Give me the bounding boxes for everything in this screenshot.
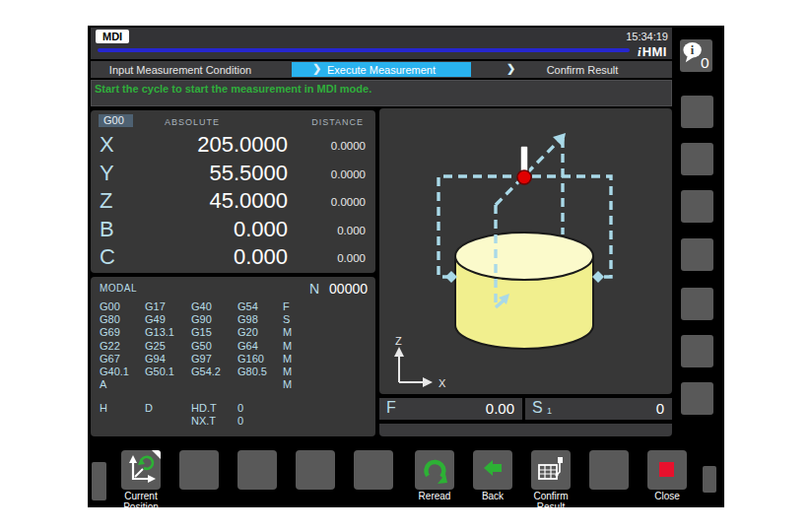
step-input-condition[interactable]: Input Measurement Condition xyxy=(91,61,270,78)
softkey-blank-button[interactable] xyxy=(589,450,629,490)
tool-cell: 0 xyxy=(237,415,283,428)
x-axis-label: X xyxy=(439,377,446,389)
axis-row-c: C 0.000 0.000 xyxy=(91,244,375,273)
info-count: 0 xyxy=(701,54,709,71)
status-message: Start the cycle to start the measurement… xyxy=(92,81,671,97)
gcode-cell: G54 xyxy=(237,300,283,313)
tool-cell: 0 xyxy=(237,402,283,415)
softkey-blank-button[interactable] xyxy=(296,450,335,490)
sidebar-key-6[interactable] xyxy=(681,335,713,367)
gcode-cell: G17 xyxy=(145,300,191,313)
spindle-index: 1 xyxy=(547,406,552,416)
tool-cell: HD.T xyxy=(191,402,237,415)
axis-distance-value: 0.0000 xyxy=(331,140,366,152)
softkey-blank-button[interactable] xyxy=(179,450,219,490)
tool-cell xyxy=(100,415,145,428)
feed-value: 0.00 xyxy=(486,400,514,417)
gcode-mode-badge: G00 xyxy=(99,114,133,127)
sidebar-key-3[interactable] xyxy=(681,190,713,223)
touch-probe-icon xyxy=(517,146,531,184)
softkey-blank-button[interactable] xyxy=(354,450,393,490)
tool-cell xyxy=(283,415,368,428)
gcode-cell: G20 xyxy=(237,326,283,339)
title-bar: MDI 15:34:19 iHMI xyxy=(91,28,672,59)
toolbar-item: Reread xyxy=(406,450,463,502)
axis-absolute-value: 55.5000 xyxy=(91,161,288,186)
softkey-page-right-button[interactable] xyxy=(703,466,716,493)
info-message-button[interactable]: i 0 xyxy=(680,39,712,72)
sidebar-key-5[interactable] xyxy=(681,288,713,320)
gcode-cell: G25 xyxy=(145,340,191,353)
toolbar-item xyxy=(170,450,228,492)
sidebar-key-7[interactable] xyxy=(681,382,713,415)
toolbar-button-label: Current Position xyxy=(112,492,169,512)
gcode-cell: G80 xyxy=(100,313,145,326)
current-position-button[interactable] xyxy=(121,450,161,490)
progress-bar xyxy=(98,48,630,52)
ihmi-logo: iHMI xyxy=(638,44,667,60)
gcode-cell: M xyxy=(283,326,368,339)
gcode-cell: G67 xyxy=(100,353,145,366)
axis-distance-value: 0.0000 xyxy=(331,168,366,180)
logo-hmi: HMI xyxy=(642,44,667,59)
chevron-right-icon: ❯ xyxy=(506,62,515,75)
feed-label: F xyxy=(386,399,396,417)
tool-cell xyxy=(283,402,368,415)
info-bubble-icon: i 0 xyxy=(680,39,712,72)
gcode-cell: F xyxy=(283,300,368,313)
graphic-footer-strip xyxy=(379,424,672,436)
sidebar-key-2[interactable] xyxy=(681,143,713,175)
confirm-result-button[interactable] xyxy=(531,450,571,490)
toolbar-button-label: Confirm Result xyxy=(522,492,579,512)
gcode-cell: G69 xyxy=(100,326,145,339)
measurement-graphic-panel: Z X xyxy=(379,108,672,394)
gcode-cell: G13.1 xyxy=(145,326,191,339)
axis-distance-value: 0.0000 xyxy=(331,196,366,208)
chevron-right-icon: ❯ xyxy=(312,62,321,75)
mode-badge: MDI xyxy=(96,30,129,43)
tool-offset-grid: HDHD.T0 NX.T0 xyxy=(100,402,368,428)
sidebar-key-4[interactable] xyxy=(681,238,713,271)
absolute-column-header: ABSOLUTE xyxy=(165,117,220,127)
spindle-cell: S 1 0 xyxy=(525,398,672,420)
axis-row-x: X 205.0000 0.0000 xyxy=(91,132,375,161)
back-arrow-icon xyxy=(473,450,512,490)
close-button[interactable] xyxy=(647,450,687,490)
close-square-icon xyxy=(647,450,687,490)
tool-cell: NX.T xyxy=(191,415,237,428)
toolbar-item: Back xyxy=(464,450,521,502)
gcode-cell: M xyxy=(283,366,368,378)
step-confirm-result[interactable]: Confirm Result xyxy=(493,61,672,78)
axis-absolute-value: 0.000 xyxy=(91,217,288,242)
distance-column-header: DISTANCE xyxy=(311,117,364,127)
x-axis-arrowhead xyxy=(423,377,433,387)
gcode-cell: G64 xyxy=(237,340,283,353)
gcode-cell: G50.1 xyxy=(145,366,191,378)
gcode-cell: G50 xyxy=(191,340,237,353)
gcode-cell: M xyxy=(283,353,368,366)
gcode-cell: G97 xyxy=(191,353,237,366)
toolbar-button-label: Reread xyxy=(406,492,463,502)
clock: 15:34:19 xyxy=(626,31,668,42)
softkey-page-left-button[interactable] xyxy=(92,462,106,500)
probe-measurement-diagram: Z X xyxy=(379,108,672,394)
axis-distance-value: 0.000 xyxy=(337,252,366,264)
softkey-blank-button[interactable] xyxy=(237,450,277,490)
sidebar-key-1[interactable] xyxy=(681,96,713,128)
tool-cell: D xyxy=(145,402,191,415)
feed-cell: F 0.00 xyxy=(379,398,522,420)
gcode-cell: G49 xyxy=(145,313,191,326)
toolbar-item xyxy=(580,450,638,492)
axis-row-y: Y 55.5000 0.0000 xyxy=(91,161,375,189)
reread-button[interactable] xyxy=(415,450,454,490)
message-panel: Start the cycle to start the measurement… xyxy=(91,80,672,106)
toolbar-item: Confirm Result xyxy=(522,450,579,512)
toolbar-item xyxy=(229,450,286,492)
axis-absolute-value: 45.0000 xyxy=(91,188,288,214)
toolbar-item xyxy=(287,450,344,492)
gcode-cell: G98 xyxy=(237,313,283,326)
gcode-cell: G22 xyxy=(100,340,145,353)
back-button[interactable] xyxy=(473,450,512,490)
axis-row-b: B 0.000 0.000 xyxy=(91,217,375,245)
wizard-steps: Input Measurement Condition Execute Meas… xyxy=(91,61,672,78)
